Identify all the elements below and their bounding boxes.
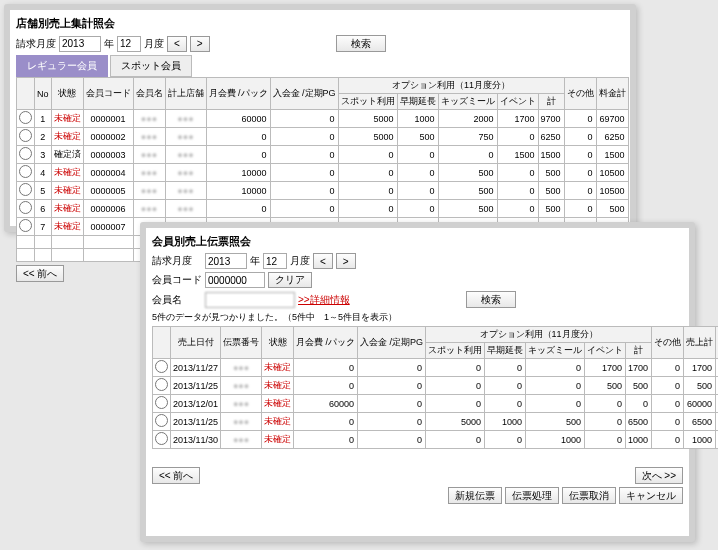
row-radio[interactable]	[19, 147, 32, 160]
code-label: 会員コード	[152, 273, 202, 287]
member-name-input[interactable]	[205, 292, 295, 308]
table-row[interactable]: 2013/11/25●●●未確定 000 00500 5000500	[153, 377, 719, 395]
search-button[interactable]: 検索	[466, 291, 516, 308]
prev-button[interactable]: <	[167, 36, 187, 52]
year-input[interactable]	[205, 253, 247, 269]
col-name: 会員名	[133, 78, 165, 110]
detail-link[interactable]: >>詳細情報	[298, 293, 350, 307]
billing-label: 請求月度	[152, 254, 202, 268]
col-option-group: オプション利用（11月度分）	[426, 327, 652, 343]
table-row[interactable]: 2013/11/27●●●未確定 000 001700 170001700	[153, 359, 719, 377]
tab-regular[interactable]: レギュラー会員	[16, 55, 108, 77]
col-other: その他	[564, 78, 596, 110]
member-sales-slip-panel: 会員別売上伝票照会 請求月度 年 月度 < > 会員コード クリア 会員名 >>…	[140, 222, 695, 542]
col-enroll: 入会金 /定期PG	[358, 327, 426, 359]
month-input[interactable]	[263, 253, 287, 269]
next-button[interactable]: >	[190, 36, 210, 52]
row-radio[interactable]	[19, 183, 32, 196]
col-code: 会員コード	[83, 78, 133, 110]
col-event: イベント	[497, 94, 538, 110]
col-other: その他	[652, 327, 684, 359]
col-status: 状態	[51, 78, 83, 110]
table-row[interactable]: 2未確定0000002 ●●●●●● 005000 5007500 625006…	[17, 128, 629, 146]
col-monthly: 月会費 /パック	[294, 327, 358, 359]
table-row[interactable]: 5未確定0000005 ●●●●●● 1000000 05000 5000105…	[17, 182, 629, 200]
col-monthly: 月会費 /パック	[206, 78, 270, 110]
action-button[interactable]: 新規伝票	[448, 487, 502, 504]
month-input[interactable]	[117, 36, 141, 52]
row-radio[interactable]	[155, 360, 168, 373]
next-button[interactable]: >	[336, 253, 356, 269]
table-row[interactable]: 2013/12/01●●●未確定 6000000 000 0060000	[153, 395, 719, 413]
table-row[interactable]: 4未確定0000004 ●●●●●● 1000000 05000 5000105…	[17, 164, 629, 182]
prev-button[interactable]: <	[313, 253, 333, 269]
col-status: 状態	[262, 327, 294, 359]
year-suffix: 年	[104, 37, 114, 51]
panel-title: 店舗別売上集計照会	[16, 16, 624, 31]
col-kids: キッズミール	[438, 94, 497, 110]
month-suffix: 月度	[144, 37, 164, 51]
member-code-input[interactable]	[205, 272, 265, 288]
col-total: 売上計	[684, 327, 716, 359]
action-button[interactable]: 伝票処理	[505, 487, 559, 504]
next-page-button[interactable]: 次へ >>	[635, 467, 683, 484]
year-input[interactable]	[59, 36, 101, 52]
col-subtotal: 計	[538, 94, 564, 110]
row-radio[interactable]	[155, 378, 168, 391]
row-radio[interactable]	[19, 219, 32, 232]
table-row[interactable]: 1未確定0000001 ●●●●●● 6000005000 1000200017…	[17, 110, 629, 128]
table-row[interactable]: 6未確定0000006 ●●●●●● 000 05000 5000500	[17, 200, 629, 218]
col-date: 売上日付	[171, 327, 221, 359]
name-label: 会員名	[152, 293, 202, 307]
tab-spot[interactable]: スポット会員	[110, 55, 192, 77]
slip-table: 売上日付 伝票番号 状態 月会費 /パック 入会金 /定期PG オプション利用（…	[152, 326, 718, 449]
row-radio[interactable]	[19, 165, 32, 178]
col-ext: 早期延長	[397, 94, 438, 110]
search-button[interactable]: 検索	[336, 35, 386, 52]
table-row[interactable]: 2013/11/25●●●未確定 005000 10005000 6500065…	[153, 413, 719, 431]
clear-button[interactable]: クリア	[268, 272, 312, 288]
row-radio[interactable]	[155, 432, 168, 445]
action-button[interactable]: 伝票取消	[562, 487, 616, 504]
row-radio[interactable]	[19, 201, 32, 214]
member-type-tabs: レギュラー会員 スポット会員	[16, 55, 624, 77]
result-count: 5件のデータが見つかりました。（5件中 1～5件目を表示）	[152, 311, 683, 324]
row-radio[interactable]	[19, 129, 32, 142]
store-sales-summary-panel: 店舗別売上集計照会 請求月度 年 月度 < > 検索 レギュラー会員 スポット会…	[4, 4, 636, 232]
panel-title: 会員別売上伝票照会	[152, 234, 683, 249]
row-radio[interactable]	[155, 414, 168, 427]
col-option-group: オプション利用（11月度分）	[338, 78, 564, 94]
col-enroll: 入会金 /定期PG	[270, 78, 338, 110]
table-row[interactable]: 3確定済0000003 ●●●●●● 000 001500 150001500	[17, 146, 629, 164]
col-store: 計上店舗	[165, 78, 206, 110]
row-radio[interactable]	[155, 396, 168, 409]
action-button[interactable]: キャンセル	[619, 487, 683, 504]
prev-page-button[interactable]: << 前へ	[16, 265, 64, 282]
col-spot: スポット利用	[338, 94, 397, 110]
row-radio[interactable]	[19, 111, 32, 124]
col-slip: 伝票番号	[221, 327, 262, 359]
col-no: No	[35, 78, 52, 110]
prev-page-button[interactable]: << 前へ	[152, 467, 200, 484]
table-row[interactable]: 2013/11/30●●●未確定 000 010000 100001000	[153, 431, 719, 449]
col-total: 料金計	[596, 78, 628, 110]
billing-label: 請求月度	[16, 37, 56, 51]
